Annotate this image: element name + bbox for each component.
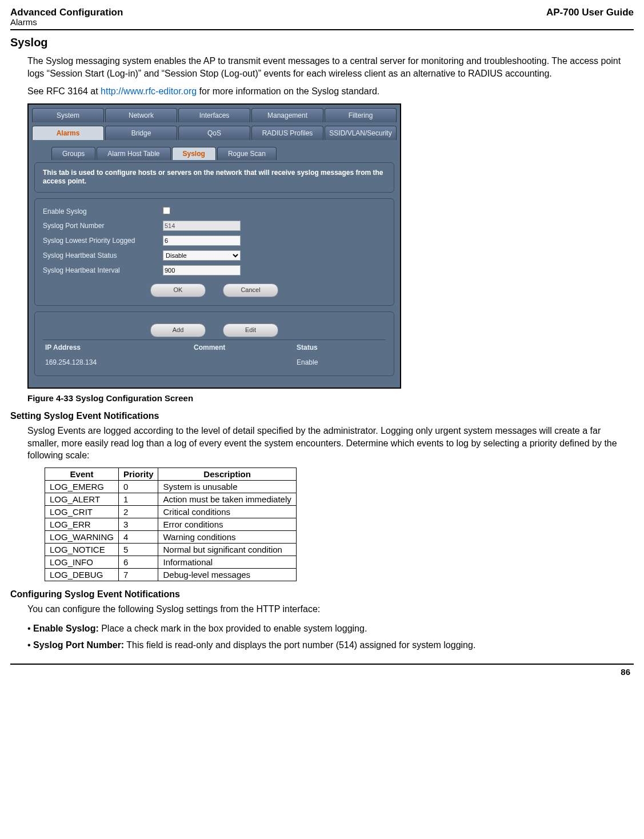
host-table-panel: Add Edit IP Address Comment Status 169.2…	[34, 311, 394, 376]
main-tab-row-2: Alarms Bridge QoS RADIUS Profiles SSID/V…	[29, 122, 400, 140]
enable-syslog-checkbox[interactable]	[163, 207, 170, 214]
th-event: Event	[45, 468, 119, 480]
table-row: LOG_EMERG0System is unusable	[45, 480, 297, 493]
main-tab-row-1: System Network Interfaces Management Fil…	[29, 105, 400, 122]
table-row: LOG_CRIT2Critical conditions	[45, 505, 297, 518]
cell-status: Enable	[297, 358, 354, 366]
figure-caption: Figure 4-33 Syslog Configuration Screen	[27, 393, 634, 403]
subtab-syslog[interactable]: Syslog	[172, 147, 216, 160]
tab-management[interactable]: Management	[251, 108, 323, 122]
setting-notifications-paragraph: Syslog Events are logged according to th…	[27, 425, 634, 462]
table-row: LOG_ALERT1Action must be taken immediate…	[45, 493, 297, 505]
col-header-status: Status	[297, 343, 354, 351]
setting-notifications-title: Setting Syslog Event Notifications	[10, 411, 634, 421]
rfc-link[interactable]: http://www.rfc-editor.org	[101, 86, 197, 96]
sub-tab-row: Groups Alarm Host Table Syslog Rogue Sca…	[34, 147, 394, 160]
host-table-header: IP Address Comment Status	[43, 339, 386, 355]
tab-alarms[interactable]: Alarms	[32, 126, 104, 140]
tab-filtering[interactable]: Filtering	[325, 108, 397, 122]
configuring-notifications-title: Configuring Syslog Event Notifications	[10, 589, 634, 600]
table-row: LOG_INFO6Informational	[45, 556, 297, 568]
tab-interfaces[interactable]: Interfaces	[178, 108, 250, 122]
table-row: LOG_WARNING4Warning conditions	[45, 530, 297, 543]
tab-ssid-vlan-security[interactable]: SSID/VLAN/Security	[325, 126, 397, 140]
tab-qos[interactable]: QoS	[178, 126, 250, 140]
th-description: Description	[158, 468, 296, 480]
heartbeat-status-label: Syslog Heartbeat Status	[43, 251, 163, 259]
subtab-rogue-scan[interactable]: Rogue Scan	[217, 147, 277, 160]
footer-rule	[10, 664, 634, 665]
tab-bridge[interactable]: Bridge	[105, 126, 177, 140]
page-number: 86	[10, 667, 634, 677]
configuring-intro: You can configure the following Syslog s…	[27, 603, 634, 616]
tab-network[interactable]: Network	[105, 108, 177, 122]
subtab-alarm-host-table[interactable]: Alarm Host Table	[97, 147, 170, 160]
heartbeat-interval-input[interactable]	[163, 265, 241, 275]
col-header-ip: IP Address	[45, 343, 194, 351]
section-title: Syslog	[10, 36, 634, 49]
header-right-title: AP-700 User Guide	[546, 7, 634, 18]
cell-ip: 169.254.128.134	[45, 358, 194, 366]
syslog-config-screenshot: System Network Interfaces Management Fil…	[27, 103, 401, 389]
cell-comment	[194, 358, 297, 366]
cancel-button[interactable]: Cancel	[223, 283, 278, 297]
intro-text-b: for more information on the Syslog stand…	[197, 86, 379, 96]
description-panel: This tab is used to configure hosts or s…	[34, 162, 394, 193]
bullet-syslog-port: Syslog Port Number: This field is read-o…	[27, 637, 634, 653]
heartbeat-status-select[interactable]: Disable	[163, 250, 241, 261]
syslog-port-label: Syslog Port Number	[43, 222, 163, 230]
header-left-title: Advanced Configuration	[10, 7, 123, 18]
heartbeat-interval-label: Syslog Heartbeat Interval	[43, 266, 163, 274]
syslog-priority-input[interactable]	[163, 235, 241, 246]
table-row: LOG_DEBUG7Debug-level messages	[45, 568, 297, 581]
table-row: LOG_ERR3Error conditions	[45, 518, 297, 530]
header-subtitle: Alarms	[10, 17, 634, 27]
form-panel: Enable Syslog Syslog Port Number Syslog …	[34, 198, 394, 306]
syslog-port-input	[163, 221, 241, 231]
subtab-groups[interactable]: Groups	[51, 147, 95, 160]
host-table-row[interactable]: 169.254.128.134 Enable	[43, 355, 386, 370]
tab-system[interactable]: System	[32, 108, 104, 122]
add-button[interactable]: Add	[150, 323, 206, 337]
col-header-comment: Comment	[194, 343, 297, 351]
priority-table: Event Priority Description LOG_EMERG0Sys…	[45, 468, 297, 581]
intro-text-a: See RFC 3164 at	[27, 86, 101, 96]
th-priority: Priority	[118, 468, 158, 480]
tab-radius-profiles[interactable]: RADIUS Profiles	[251, 126, 323, 140]
table-row: LOG_NOTICE5Normal but significant condit…	[45, 543, 297, 556]
bullet-enable-syslog: Enable Syslog: Place a check mark in the…	[27, 621, 634, 637]
intro-paragraph-2: See RFC 3164 at http://www.rfc-editor.or…	[27, 85, 634, 98]
ok-button[interactable]: OK	[150, 283, 206, 297]
syslog-priority-label: Syslog Lowest Priority Logged	[43, 237, 163, 245]
edit-button[interactable]: Edit	[223, 323, 278, 337]
intro-paragraph-1: The Syslog messaging system enables the …	[27, 55, 634, 79]
panel-description-text: This tab is used to configure hosts or s…	[43, 169, 386, 186]
header-rule	[10, 29, 634, 30]
enable-syslog-label: Enable Syslog	[43, 207, 163, 215]
